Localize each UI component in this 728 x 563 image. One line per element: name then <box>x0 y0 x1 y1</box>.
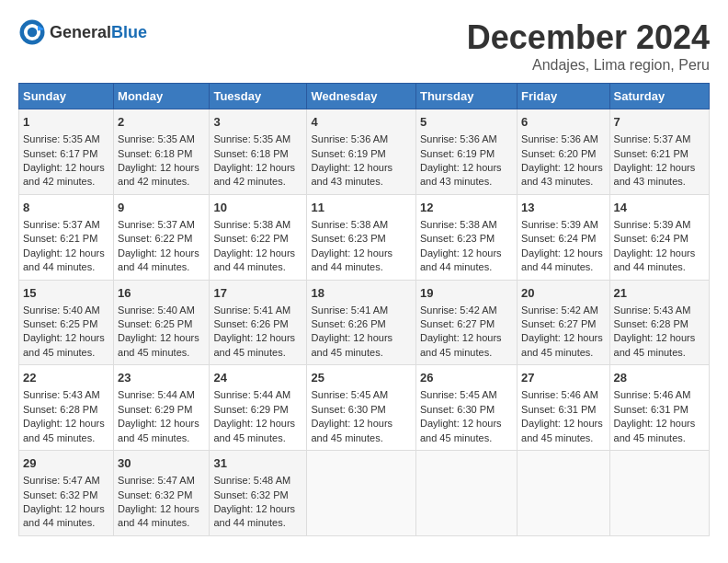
calendar-cell: 22Sunrise: 5:43 AMSunset: 6:28 PMDayligh… <box>19 365 114 451</box>
subtitle: Andajes, Lima region, Peru <box>467 57 710 74</box>
sunset-text: Sunset: 6:30 PM <box>311 404 385 415</box>
calendar-cell: 9Sunrise: 5:37 AMSunset: 6:22 PMDaylight… <box>114 194 210 280</box>
daylight-label: Daylight: 12 hours and 43 minutes. <box>311 162 392 187</box>
calendar-cell <box>518 451 609 536</box>
daylight-label: Daylight: 12 hours and 44 minutes. <box>118 503 199 528</box>
daylight-label: Daylight: 12 hours and 45 minutes. <box>420 332 502 357</box>
sunrise-text: Sunrise: 5:38 AM <box>420 219 497 230</box>
daylight-label: Daylight: 12 hours and 45 minutes. <box>614 418 696 442</box>
main-title: December 2024 <box>467 18 710 57</box>
day-number: 22 <box>23 370 109 386</box>
day-number: 4 <box>311 114 412 131</box>
sunrise-text: Sunrise: 5:39 AM <box>521 219 598 230</box>
sunrise-text: Sunrise: 5:41 AM <box>311 304 388 316</box>
calendar-cell: 15Sunrise: 5:40 AMSunset: 6:25 PMDayligh… <box>19 280 114 365</box>
day-number: 27 <box>521 370 605 386</box>
calendar-cell: 16Sunrise: 5:40 AMSunset: 6:25 PMDayligh… <box>114 280 210 365</box>
sunset-text: Sunset: 6:21 PM <box>614 148 688 159</box>
calendar-cell: 6Sunrise: 5:36 AMSunset: 6:20 PMDaylight… <box>518 109 609 195</box>
sunset-text: Sunset: 6:29 PM <box>118 404 192 415</box>
calendar-cell <box>415 451 517 536</box>
daylight-label: Daylight: 12 hours and 45 minutes. <box>213 332 295 357</box>
day-number: 19 <box>420 285 513 302</box>
sunrise-text: Sunrise: 5:41 AM <box>213 304 290 316</box>
sunset-text: Sunset: 6:26 PM <box>213 318 288 329</box>
calendar-cell: 4Sunrise: 5:36 AMSunset: 6:19 PMDaylight… <box>307 109 416 195</box>
sunrise-text: Sunrise: 5:47 AM <box>118 475 195 486</box>
col-saturday: Saturday <box>609 84 709 109</box>
daylight-label: Daylight: 12 hours and 45 minutes. <box>311 418 392 442</box>
sunset-text: Sunset: 6:27 PM <box>521 318 596 329</box>
daylight-label: Daylight: 12 hours and 45 minutes. <box>118 332 199 357</box>
day-number: 24 <box>213 370 302 386</box>
sunrise-text: Sunrise: 5:44 AM <box>118 389 195 400</box>
day-number: 15 <box>23 285 109 302</box>
calendar-cell: 25Sunrise: 5:45 AMSunset: 6:30 PMDayligh… <box>307 365 416 451</box>
svg-point-2 <box>28 28 38 38</box>
sunrise-text: Sunrise: 5:46 AM <box>521 389 598 400</box>
logo-blue: Blue <box>111 23 147 41</box>
sunset-text: Sunset: 6:23 PM <box>420 233 495 244</box>
daylight-label: Daylight: 12 hours and 45 minutes. <box>521 418 603 442</box>
calendar-cell: 5Sunrise: 5:36 AMSunset: 6:19 PMDaylight… <box>415 109 517 195</box>
calendar-cell: 24Sunrise: 5:44 AMSunset: 6:29 PMDayligh… <box>210 365 307 451</box>
calendar-cell: 23Sunrise: 5:44 AMSunset: 6:29 PMDayligh… <box>114 365 210 451</box>
sunrise-text: Sunrise: 5:37 AM <box>118 219 195 230</box>
daylight-label: Daylight: 12 hours and 44 minutes. <box>614 247 696 272</box>
sunset-text: Sunset: 6:19 PM <box>311 148 385 159</box>
day-number: 21 <box>614 285 705 302</box>
sunrise-text: Sunrise: 5:36 AM <box>521 133 598 144</box>
day-number: 5 <box>420 114 513 131</box>
logo-general: General <box>50 23 111 41</box>
sunrise-text: Sunrise: 5:42 AM <box>420 304 497 316</box>
sunset-text: Sunset: 6:19 PM <box>420 148 495 159</box>
sunset-text: Sunset: 6:25 PM <box>23 318 97 329</box>
sunset-text: Sunset: 6:21 PM <box>23 233 97 244</box>
sunrise-text: Sunrise: 5:45 AM <box>311 389 388 400</box>
sunset-text: Sunset: 6:18 PM <box>213 148 288 159</box>
sunrise-text: Sunrise: 5:42 AM <box>521 304 598 316</box>
title-area: December 2024 Andajes, Lima region, Peru <box>467 18 710 74</box>
sunset-text: Sunset: 6:22 PM <box>118 233 192 244</box>
daylight-label: Daylight: 12 hours and 42 minutes. <box>23 162 105 187</box>
daylight-label: Daylight: 12 hours and 45 minutes. <box>420 418 502 442</box>
daylight-label: Daylight: 12 hours and 44 minutes. <box>213 503 295 528</box>
calendar-cell: 2Sunrise: 5:35 AMSunset: 6:18 PMDaylight… <box>114 109 210 195</box>
sunset-text: Sunset: 6:23 PM <box>311 233 385 244</box>
day-number: 11 <box>311 200 412 216</box>
day-number: 18 <box>311 285 412 302</box>
day-number: 26 <box>420 370 513 386</box>
col-thursday: Thursday <box>415 84 517 109</box>
daylight-label: Daylight: 12 hours and 45 minutes. <box>311 332 392 357</box>
daylight-label: Daylight: 12 hours and 42 minutes. <box>118 162 199 187</box>
daylight-label: Daylight: 12 hours and 45 minutes. <box>23 332 105 357</box>
daylight-label: Daylight: 12 hours and 43 minutes. <box>521 162 603 187</box>
day-number: 14 <box>614 200 705 216</box>
sunrise-text: Sunrise: 5:38 AM <box>213 219 290 230</box>
sunset-text: Sunset: 6:28 PM <box>23 404 97 415</box>
day-number: 25 <box>311 370 412 386</box>
sunrise-text: Sunrise: 5:40 AM <box>23 304 100 316</box>
calendar-cell: 21Sunrise: 5:43 AMSunset: 6:28 PMDayligh… <box>609 280 709 365</box>
day-number: 30 <box>118 455 205 472</box>
daylight-label: Daylight: 12 hours and 44 minutes. <box>118 247 199 272</box>
sunrise-text: Sunrise: 5:38 AM <box>311 219 388 230</box>
sunset-text: Sunset: 6:17 PM <box>23 148 97 159</box>
sunset-text: Sunset: 6:29 PM <box>213 404 288 415</box>
day-number: 31 <box>213 455 302 472</box>
daylight-label: Daylight: 12 hours and 44 minutes. <box>213 247 295 272</box>
logo: GeneralBlue <box>18 18 147 46</box>
day-number: 16 <box>118 285 205 302</box>
sunrise-text: Sunrise: 5:37 AM <box>614 133 691 144</box>
col-friday: Friday <box>518 84 609 109</box>
sunset-text: Sunset: 6:31 PM <box>521 404 596 415</box>
daylight-label: Daylight: 12 hours and 45 minutes. <box>23 418 105 442</box>
calendar-cell: 30Sunrise: 5:47 AMSunset: 6:32 PMDayligh… <box>114 451 210 536</box>
sunrise-text: Sunrise: 5:35 AM <box>23 133 100 144</box>
sunset-text: Sunset: 6:32 PM <box>118 489 192 500</box>
sunset-text: Sunset: 6:27 PM <box>420 318 495 329</box>
daylight-label: Daylight: 12 hours and 44 minutes. <box>521 247 603 272</box>
sunrise-text: Sunrise: 5:48 AM <box>213 475 290 486</box>
daylight-label: Daylight: 12 hours and 45 minutes. <box>614 332 696 357</box>
sunrise-text: Sunrise: 5:35 AM <box>213 133 290 144</box>
